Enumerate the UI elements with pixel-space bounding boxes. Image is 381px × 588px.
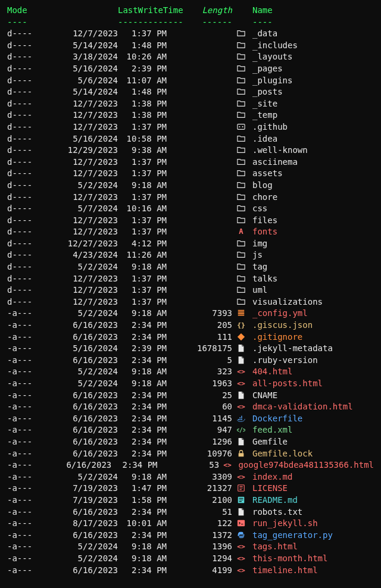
list-item[interactable]: -a---6/16/20232:34 PM205{}.giscus.json: [7, 320, 374, 331]
list-item[interactable]: d----12/7/20231:37 PM_data: [7, 28, 374, 40]
list-item[interactable]: d----4/23/202411:26 AMjs: [7, 249, 374, 261]
mode-cell: -a---: [7, 401, 37, 413]
list-item[interactable]: -a---5/2/20249:18 AM1963<>all-posts.html: [7, 378, 374, 390]
list-item[interactable]: -a---8/17/202310:01 AM122run_jekyll.sh: [7, 518, 374, 530]
list-item[interactable]: -a---6/16/20232:34 PM1372tag_generator.p…: [7, 530, 374, 542]
license-icon: [232, 483, 250, 495]
python-icon: [232, 530, 250, 542]
svg-text:<>: <>: [237, 542, 245, 551]
list-item[interactable]: d----5/2/20249:18 AMblog: [7, 180, 374, 192]
header-name: Name: [250, 5, 273, 17]
date-cell: 12/7/2023: [37, 28, 118, 40]
mode-cell: d----: [7, 226, 37, 238]
mode-cell: d----: [7, 168, 37, 180]
list-item[interactable]: d----5/16/20242:39 PM_pages: [7, 63, 374, 75]
name-cell: assets: [250, 168, 283, 180]
list-item[interactable]: -a---6/16/20232:34 PM25CNAME: [7, 390, 374, 402]
time-cell: 1:37 PM: [118, 273, 167, 285]
list-item[interactable]: -a---7/19/20231:58 PM2100README.md: [7, 495, 374, 506]
list-item[interactable]: d----5/14/20241:48 PM_posts: [7, 86, 374, 98]
list-item[interactable]: -a---5/2/20249:18 AM1294<>this-month.htm…: [7, 553, 374, 565]
svg-text:<>: <>: [237, 379, 245, 387]
list-item[interactable]: d----5/16/202410:58 PM.idea: [7, 133, 374, 145]
list-item[interactable]: -a---6/16/20232:34 PM1145Dockerfile: [7, 413, 374, 425]
list-item[interactable]: d----12/7/20231:37 PMfiles: [7, 215, 374, 227]
name-cell: .well-known: [250, 145, 308, 157]
time-cell: 1:37 PM: [118, 157, 167, 168]
list-item[interactable]: -a---6/16/20232:34 PM1296Gemfile: [7, 436, 374, 448]
list-item[interactable]: d----5/14/20241:48 PM_includes: [7, 40, 374, 52]
name-cell: _pages: [250, 63, 283, 75]
time-cell: 2:39 PM: [118, 63, 167, 75]
list-item[interactable]: d----12/7/20231:37 PMvisualizations: [7, 296, 374, 308]
mode-cell: -a---: [7, 390, 37, 402]
time-cell: 2:34 PM: [118, 448, 167, 460]
list-item[interactable]: d----5/7/202410:16 AMcss: [7, 203, 374, 215]
list-item[interactable]: d----12/7/20231:37 PMasciinema: [7, 157, 374, 168]
list-item[interactable]: d----12/7/20231:37 PMassets: [7, 168, 374, 180]
name-cell: Gemfile.lock: [250, 448, 313, 460]
mode-cell: -a---: [7, 553, 37, 565]
mode-cell: -a---: [7, 541, 37, 553]
list-item[interactable]: d----12/27/20234:12 PMimg: [7, 238, 374, 250]
list-item[interactable]: -a---6/16/20232:34 PM51robots.txt: [7, 506, 374, 518]
list-item[interactable]: d----5/2/20249:18 AMtag: [7, 261, 374, 273]
mode-cell: d----: [7, 215, 37, 227]
date-cell: 5/16/2024: [37, 63, 118, 75]
time-cell: 9:18 AM: [118, 366, 167, 378]
list-item[interactable]: -a---6/16/20232:34 PM53<>google974bdea48…: [7, 459, 374, 471]
mode-cell: -a---: [7, 565, 37, 577]
date-cell: 6/16/2023: [37, 390, 118, 402]
mode-cell: d----: [7, 40, 37, 52]
list-item[interactable]: d----5/6/202411:07 AM_plugins: [7, 75, 374, 87]
list-item[interactable]: -a---6/16/20232:34 PM5.ruby-version: [7, 355, 374, 367]
mode-cell: d----: [7, 261, 37, 273]
list-item[interactable]: d----12/7/20231:37 PMuml: [7, 284, 374, 296]
mode-cell: -a---: [7, 471, 37, 483]
time-cell: 9:18 AM: [118, 180, 167, 192]
list-item[interactable]: -a---6/16/20232:34 PM60<>dmca-validation…: [7, 401, 374, 413]
list-item[interactable]: d----3/18/202410:26 AM_layouts: [7, 51, 374, 63]
mode-cell: -a---: [7, 448, 37, 460]
mode-cell: -a---: [7, 424, 37, 436]
folder-icon: [232, 145, 250, 157]
name-cell: blog: [250, 180, 273, 192]
time-cell: 1:37 PM: [118, 192, 167, 204]
time-cell: 1:37 PM: [118, 121, 167, 133]
name-cell: .idea: [250, 133, 277, 145]
list-item[interactable]: d----12/7/20231:37 PMchore: [7, 192, 374, 204]
date-cell: 12/7/2023: [37, 192, 118, 204]
file-icon: [232, 390, 250, 402]
list-item[interactable]: -a---6/16/20232:34 PM947</>feed.xml: [7, 424, 374, 436]
length-cell: 122: [167, 518, 232, 530]
length-cell: 51: [167, 506, 232, 518]
time-cell: 2:39 PM: [118, 343, 167, 355]
list-item[interactable]: -a---5/2/20249:18 AM3309<>index.md: [7, 471, 374, 483]
svg-text:<>: <>: [237, 473, 245, 481]
list-item[interactable]: d----12/7/20231:37 PMtalks: [7, 273, 374, 285]
date-cell: 6/16/2023: [37, 448, 118, 460]
list-item[interactable]: d----12/29/20239:38 AM.well-known: [7, 145, 374, 157]
list-item[interactable]: -a---5/16/20242:39 PM1678175.jekyll-meta…: [7, 343, 374, 355]
list-item[interactable]: -a---6/16/20232:34 PM111.gitignore: [7, 331, 374, 343]
list-item[interactable]: d----12/7/20231:37 PM.github: [7, 121, 374, 133]
list-item[interactable]: -a---5/2/20249:18 AM323<>404.html: [7, 366, 374, 378]
list-item[interactable]: -a---6/16/20232:34 PM10976Gemfile.lock: [7, 448, 374, 460]
list-item[interactable]: -a---5/2/20249:18 AM7393_config.yml: [7, 308, 374, 320]
list-item[interactable]: d----12/7/20231:38 PM_site: [7, 98, 374, 110]
name-cell: Gemfile: [250, 436, 288, 448]
list-item[interactable]: d----12/7/20231:38 PM_temp: [7, 110, 374, 121]
list-item[interactable]: -a---7/19/20231:47 PM21327LICENSE: [7, 483, 374, 495]
list-item[interactable]: d----12/7/20231:37 PMAfonts: [7, 226, 374, 238]
length-cell: 947: [167, 424, 232, 436]
time-cell: 1:47 PM: [118, 483, 167, 495]
name-cell: _config.yml: [250, 308, 308, 320]
code-icon: <>: [232, 471, 250, 483]
code-icon: <>: [232, 366, 250, 378]
folder-icon: [232, 75, 250, 87]
name-cell: img: [250, 238, 267, 250]
name-cell: dmca-validation.html: [250, 401, 353, 413]
list-item[interactable]: -a---5/2/20249:18 AM1396<>tags.html: [7, 541, 374, 553]
list-item[interactable]: -a---6/16/20232:34 PM4199<>timeline.html: [7, 565, 374, 577]
length-cell: 21327: [167, 483, 232, 495]
